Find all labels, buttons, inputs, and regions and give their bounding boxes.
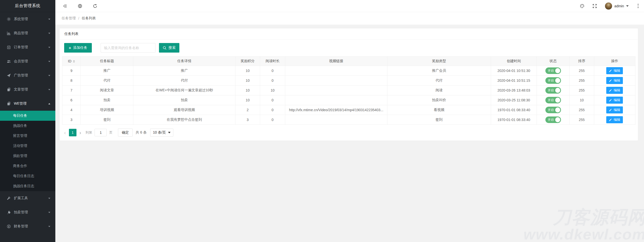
sidebar-item-message-management[interactable]: 留言管理 — [0, 131, 55, 141]
cell-sort: 255 — [569, 66, 594, 76]
cell-duration: 0 — [260, 66, 285, 76]
cell-sort: 255 — [569, 76, 594, 86]
refresh-icon[interactable] — [93, 4, 98, 9]
cell-reward: 看视频 — [387, 105, 491, 115]
cell-reward: 拍卖叫价 — [387, 95, 491, 105]
cell-title: 推广 — [80, 66, 133, 76]
cell-duration: 0 — [260, 105, 285, 115]
sub-item-label: 商务合作 — [13, 164, 27, 168]
cell-points: 3 — [235, 115, 260, 125]
cell-reward: 阅读 — [387, 86, 491, 95]
sidebar-item-member-management[interactable]: 会员管理 — [0, 54, 55, 68]
sidebar-item-challenge-task-log[interactable]: 挑战任务日志 — [0, 181, 55, 191]
yen-circle-icon — [7, 224, 11, 229]
sidebar-item-goods-management[interactable]: 商品管理 — [0, 26, 55, 40]
goto-prefix-label: 到第 — [86, 130, 92, 135]
cell-created: 2020-04-01 10:51:15 — [491, 76, 537, 86]
cell-points: 10 — [235, 76, 260, 86]
current-page-button[interactable]: 1 — [69, 129, 76, 136]
breadcrumb-separator: / — [78, 16, 79, 20]
header-detail: 任务详情 — [133, 57, 235, 66]
status-toggle[interactable]: 开启 — [545, 97, 561, 103]
page-size-select[interactable]: 10 条/页 — [150, 129, 173, 137]
pencil-icon — [609, 108, 612, 111]
edit-button[interactable]: 编辑 — [606, 77, 623, 84]
sidebar-item-daily-task[interactable]: 每日任务 — [0, 111, 55, 121]
user-menu[interactable]: admin — [605, 2, 628, 10]
chevron-down-icon — [48, 198, 50, 199]
sidebar-item-ad-management[interactable]: 广告管理 — [0, 68, 55, 83]
prev-page-button[interactable]: ‹ — [62, 130, 68, 135]
fullscreen-icon[interactable] — [592, 4, 597, 9]
pagination: ‹ 1 › 到第 页 确定 共 6 条 10 条/页 — [60, 125, 638, 141]
sidebar-nav: 系统管理 商品管理 订单管理 会员 — [0, 12, 55, 242]
sidebar-item-activity-management[interactable]: 活动管理 — [0, 141, 55, 151]
breadcrumb-item-current: 任务列表 — [82, 16, 96, 21]
cell-created: 2020-03-25 11:08:30 — [491, 95, 537, 105]
we-submenu: 每日任务 挑战任务 留言管理 活动管理 捐款管理 商务合作 每日任务日志 挑战任… — [0, 111, 55, 191]
flame-icon — [7, 210, 11, 215]
topbar: admin — [55, 0, 644, 12]
search-input[interactable] — [101, 43, 155, 53]
search-label: 搜索 — [169, 46, 176, 50]
edit-button[interactable]: 编辑 — [606, 106, 623, 113]
cell-duration: 0 — [260, 95, 285, 105]
collapse-menu-icon[interactable] — [62, 4, 67, 9]
cell-id: 9 — [62, 66, 81, 76]
sidebar-item-label: 订单管理 — [14, 45, 48, 50]
status-toggle[interactable]: 开启 — [545, 67, 561, 74]
breadcrumb-item[interactable]: 任务管理 — [62, 16, 76, 21]
add-task-button[interactable]: + 添加任务 — [64, 43, 92, 53]
pencil-icon — [609, 99, 612, 102]
admin-app: 后台管理系统 系统管理 商品管理 订单管理 — [0, 0, 644, 242]
more-vertical-icon[interactable] — [636, 3, 640, 9]
total-count-label: 共 6 条 — [136, 130, 147, 135]
sidebar-item-we-management[interactable]: WE管理 — [0, 97, 55, 111]
sidebar-item-order-management[interactable]: 订单管理 — [0, 40, 55, 54]
table-row: 4 培训视频 观看培训视频 2 0 http://vfx.mtime.cn/Vi… — [62, 105, 635, 115]
cell-video — [285, 115, 387, 125]
sidebar-item-extension-tools[interactable]: 扩展工具 — [0, 191, 55, 205]
sidebar-item-system-management[interactable]: 系统管理 — [0, 12, 55, 26]
sidebar-item-donation-management[interactable]: 捐款管理 — [0, 151, 55, 161]
content-area: 刀客源码网 www.dkewl.com 任务列表 + 添加任务 搜索 — [55, 25, 644, 242]
toggle-knob — [555, 107, 560, 112]
cell-id: 4 — [62, 105, 81, 115]
confirm-button[interactable]: 确定 — [118, 129, 133, 137]
edit-button[interactable]: 编辑 — [606, 87, 623, 94]
header-id[interactable]: ID — [62, 57, 81, 66]
pencil-icon — [609, 89, 612, 92]
sidebar-item-article-management[interactable]: 文章管理 — [0, 83, 55, 97]
sidebar-item-finance-management[interactable]: 财务管理 — [0, 219, 55, 233]
header-video: 视频链接 — [285, 57, 387, 66]
status-toggle[interactable]: 开启 — [545, 87, 561, 94]
search-button[interactable]: 搜索 — [159, 43, 179, 53]
sub-item-label: 挑战任务日志 — [13, 184, 34, 188]
card-title: 任务列表 — [60, 28, 638, 39]
order-list-icon — [7, 45, 11, 50]
cell-points: 10 — [235, 95, 260, 105]
status-toggle[interactable]: 开启 — [545, 77, 561, 84]
goto-page-input[interactable] — [95, 129, 107, 136]
status-toggle[interactable]: 开启 — [545, 116, 561, 123]
edit-button[interactable]: 编辑 — [606, 67, 623, 74]
sidebar-item-daily-task-log[interactable]: 每日任务日志 — [0, 171, 55, 181]
edit-button[interactable]: 编辑 — [606, 97, 623, 104]
goto-suffix-label: 页 — [109, 130, 112, 135]
cell-detail: 观看培训视频 — [133, 105, 235, 115]
header-sort: 排序 — [569, 57, 594, 66]
status-toggle[interactable]: 开启 — [545, 107, 561, 113]
sub-item-label: 捐款管理 — [13, 154, 27, 158]
sidebar-item-challenge-task[interactable]: 挑战任务 — [0, 121, 55, 131]
cell-created: 1970-01-01 08:33:40 — [491, 115, 537, 125]
sort-icon[interactable] — [73, 60, 75, 63]
sidebar-item-business-cooperation[interactable]: 商务合作 — [0, 161, 55, 171]
chevron-down-icon — [48, 226, 50, 227]
cell-title: 代付 — [80, 76, 133, 86]
toggle-knob — [555, 117, 560, 122]
sidebar-item-auction-management[interactable]: 拍卖管理 — [0, 205, 55, 219]
globe-icon[interactable] — [77, 4, 83, 9]
next-page-button[interactable]: › — [77, 130, 83, 135]
edit-button[interactable]: 编辑 — [606, 116, 623, 123]
palette-icon[interactable] — [580, 4, 585, 9]
